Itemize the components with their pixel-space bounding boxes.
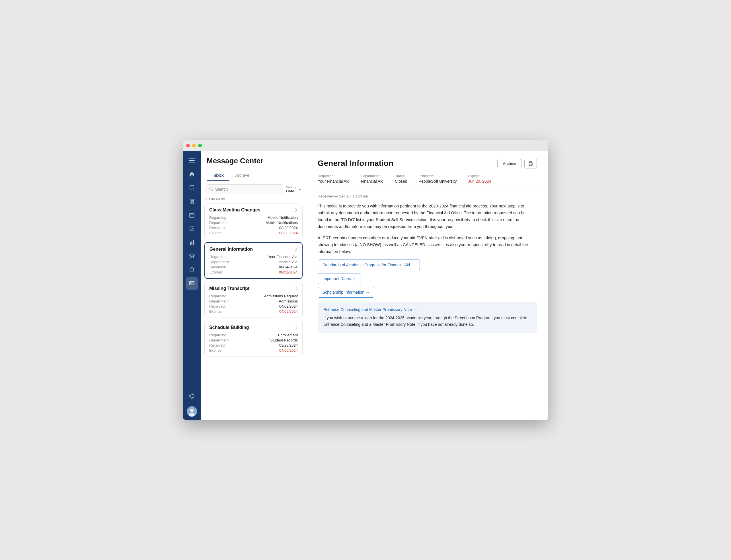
svg-rect-16 xyxy=(190,242,191,245)
message-body-2: ALERT: certain changes can affect or red… xyxy=(318,235,537,255)
received-line: Received — Sep 10, 10:20 am xyxy=(318,194,537,198)
counseling-text: If you wish to pursue a loan for the 202… xyxy=(323,315,531,328)
meta-group-status: Status: Closed xyxy=(395,174,407,184)
tab-archive[interactable]: Archive xyxy=(229,170,255,181)
search-icon xyxy=(209,187,213,191)
svg-rect-2 xyxy=(189,162,195,162)
documents-icon[interactable] xyxy=(186,195,198,208)
status-label: Status: xyxy=(395,174,407,178)
counseling-box: Entrance Counseling and Master Promissor… xyxy=(318,302,537,333)
svg-point-25 xyxy=(190,409,193,412)
thread-card-general-info[interactable]: General Information Regarding: Your Fina… xyxy=(204,242,302,279)
sort-control[interactable]: Sort by: Date xyxy=(286,186,301,193)
thread-title: Class Meeting Changes xyxy=(209,207,260,213)
meta-group-expires: Expires: Jun 20, 2024 xyxy=(468,174,491,184)
menu-icon[interactable] xyxy=(186,154,198,167)
thread-title: General Information xyxy=(209,247,253,252)
message-actions: Archive xyxy=(497,159,537,168)
meta-group-institution: Institution: PeopleSoft University xyxy=(419,174,457,184)
institution-label: Institution: xyxy=(419,174,457,178)
svg-rect-18 xyxy=(193,240,194,245)
messages-icon[interactable] xyxy=(186,277,198,290)
thread-card-missing-transcript[interactable]: Missing Transcript Regarding: Admissions… xyxy=(204,282,302,318)
metadata-bar: Regarding: Your Financial Aid Department… xyxy=(318,174,537,188)
svg-rect-31 xyxy=(530,164,532,165)
search-input[interactable] xyxy=(215,187,279,192)
archive-button[interactable]: Archive xyxy=(497,159,522,168)
link-button-1[interactable]: Important Dates → xyxy=(318,273,361,284)
home-icon[interactable] xyxy=(186,168,198,180)
records-icon[interactable] xyxy=(186,182,198,194)
chevron-down-icon xyxy=(298,188,301,191)
minimize-button[interactable] xyxy=(192,144,196,147)
expires-value: Jun 20, 2024 xyxy=(468,179,491,184)
meta-group-regarding: Regarding: Your Financial Aid xyxy=(318,174,349,184)
calendar-icon[interactable] xyxy=(186,209,198,221)
institution-value: PeopleSoft University xyxy=(419,179,457,184)
threads-count: 6 THREADS xyxy=(201,197,306,203)
thread-card-schedule-building[interactable]: Schedule Building Regarding: Enrollement… xyxy=(204,321,302,357)
left-panel: Message Center Inbox Archive xyxy=(201,151,306,420)
right-panel: General Information Archive xyxy=(306,151,548,420)
titlebar xyxy=(183,140,548,151)
regarding-value: Your Financial Aid xyxy=(318,179,349,184)
tabs-row: Inbox Archive xyxy=(207,170,300,181)
svg-point-32 xyxy=(532,163,532,164)
chevron-right-icon xyxy=(294,247,297,252)
tasks-icon[interactable] xyxy=(186,223,198,235)
global-icon[interactable] xyxy=(186,390,198,402)
meta-group-department: Department: Financial Aid xyxy=(361,174,384,184)
links-section: Standards of Academic Progress for Finan… xyxy=(318,260,537,298)
search-sort-row: Sort by: Date xyxy=(201,184,306,197)
tab-inbox[interactable]: Inbox xyxy=(207,170,229,181)
svg-rect-20 xyxy=(189,281,194,285)
svg-rect-17 xyxy=(191,241,192,245)
close-button[interactable] xyxy=(186,144,190,147)
nav-sidebar xyxy=(183,151,201,420)
chevron-right-icon xyxy=(295,325,298,330)
thread-title: Missing Transcript xyxy=(209,286,249,291)
department-value: Financial Aid xyxy=(361,179,384,184)
link-button-2[interactable]: Scholarship Information → xyxy=(318,287,374,298)
message-title: General Information xyxy=(318,159,394,168)
notifications-icon[interactable] xyxy=(186,263,198,276)
svg-point-27 xyxy=(209,188,212,190)
department-label: Department: xyxy=(361,174,384,178)
sort-label: Sort by: xyxy=(286,186,297,189)
sort-value: Date xyxy=(286,189,297,193)
chevron-right-icon xyxy=(295,286,298,291)
svg-rect-1 xyxy=(189,160,195,161)
svg-line-28 xyxy=(212,190,213,191)
thread-card-class-meeting[interactable]: Class Meeting Changes Regarding: Mobile … xyxy=(204,203,302,239)
print-button[interactable] xyxy=(524,159,537,168)
svg-rect-30 xyxy=(530,162,532,163)
expires-label: Expires: xyxy=(468,174,491,178)
message-header-row: General Information Archive xyxy=(318,159,537,168)
chevron-right-icon xyxy=(295,208,298,212)
search-box xyxy=(205,184,283,194)
message-body-1: This notice is to provide you with infor… xyxy=(318,203,537,230)
svg-rect-0 xyxy=(189,158,195,159)
maximize-button[interactable] xyxy=(198,144,202,147)
status-value: Closed xyxy=(395,179,407,184)
thread-title: Schedule Building xyxy=(209,325,249,330)
print-icon xyxy=(528,161,533,166)
threads-list: Class Meeting Changes Regarding: Mobile … xyxy=(201,203,306,420)
avatar[interactable] xyxy=(187,406,197,417)
counseling-link[interactable]: Entrance Counseling and Master Promissor… xyxy=(323,307,531,312)
svg-rect-11 xyxy=(189,213,194,217)
link-button-0[interactable]: Standards of Academic Progress for Finan… xyxy=(318,260,420,270)
regarding-label: Regarding: xyxy=(318,174,349,178)
page-title: Message Center xyxy=(207,157,300,165)
academics-icon[interactable] xyxy=(186,250,198,262)
reports-icon[interactable] xyxy=(186,236,198,249)
